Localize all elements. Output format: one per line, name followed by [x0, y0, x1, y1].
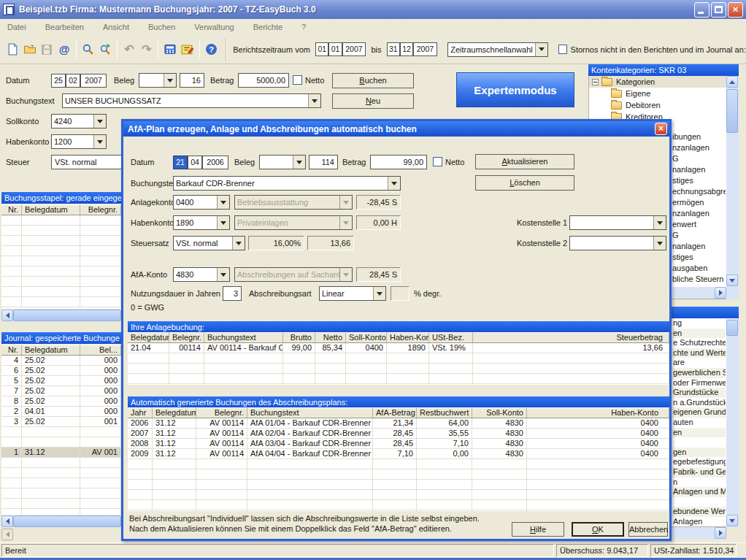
table-row[interactable]	[128, 500, 669, 510]
chevron-down-icon[interactable]	[217, 196, 229, 209]
list-item[interactable]: are	[672, 358, 726, 368]
column-header[interactable]: Brutto	[283, 332, 315, 342]
table-row[interactable]	[1, 437, 121, 448]
chevron-down-icon[interactable]	[308, 94, 320, 107]
steuersatz-combo[interactable]: VSt. normal	[173, 236, 245, 250]
period-to-month[interactable]: 12	[400, 42, 413, 56]
list-item[interactable]: egebefestigunge	[672, 457, 726, 467]
list-item[interactable]: ebundene Werk:	[672, 507, 726, 517]
habenkonto-combo[interactable]: 1200	[51, 134, 107, 149]
table-row[interactable]	[1, 427, 121, 437]
period-to-day[interactable]: 31	[387, 42, 400, 56]
list-item[interactable]: e Schutzrechte	[672, 338, 726, 348]
dlg-datum-month[interactable]: 04	[188, 156, 202, 169]
table-row[interactable]	[1, 509, 121, 515]
table-row[interactable]	[128, 480, 669, 490]
list-item[interactable]: gen	[672, 448, 726, 458]
list-item[interactable]: ng	[672, 318, 726, 329]
list-item[interactable]: auten	[672, 418, 726, 428]
column-header[interactable]: Soll-Konto	[472, 407, 527, 418]
dlg-netto-checkbox[interactable]	[433, 157, 442, 166]
table-row[interactable]	[128, 364, 669, 374]
table-row[interactable]	[1, 458, 121, 468]
scroll-left-button[interactable]	[1, 529, 13, 540]
list-item[interactable]: stiges	[672, 175, 726, 186]
table-row[interactable]: 825.02000	[1, 396, 121, 407]
list-item[interactable]: oder Firmenwert	[672, 378, 726, 388]
table-row[interactable]: 131.12AV 001	[1, 448, 121, 458]
list-item[interactable]: G	[672, 230, 726, 241]
chevron-down-icon[interactable]	[93, 135, 106, 148]
netto-checkbox[interactable]	[293, 75, 302, 85]
table-row[interactable]	[1, 287, 121, 297]
column-header[interactable]: USt-Bez.	[429, 332, 473, 342]
chevron-down-icon[interactable]	[164, 74, 176, 87]
column-header[interactable]: AfA-Betrag	[373, 407, 417, 418]
column-header[interactable]: Belegdatum	[22, 345, 80, 355]
tree-hscrollbar[interactable]	[672, 287, 726, 299]
list-item[interactable]: Anlagen und Ma	[672, 487, 726, 497]
dlg-betrag-field[interactable]: 99,00	[370, 155, 427, 169]
column-header[interactable]: Belegnr.	[169, 332, 204, 342]
chevron-down-icon[interactable]	[535, 43, 547, 56]
period-from-month[interactable]: 01	[328, 42, 342, 56]
chevron-down-icon[interactable]	[293, 156, 305, 169]
menu-item-bearbeiten[interactable]: Bearbeiten	[45, 23, 84, 31]
column-header[interactable]: Jahr	[128, 407, 153, 418]
chevron-down-icon[interactable]	[232, 237, 245, 250]
column-header[interactable]: Netto	[315, 332, 346, 342]
redo-icon[interactable]: ↷	[139, 42, 155, 58]
dialog-close-button[interactable]: ×	[655, 123, 667, 135]
table-row[interactable]	[128, 469, 669, 480]
list-item[interactable]: en	[672, 428, 726, 438]
search-icon[interactable]	[80, 42, 96, 58]
tree-vscrollbar[interactable]	[726, 76, 739, 299]
table-row[interactable]: 325.02001	[1, 417, 121, 427]
dlg-habenkonto-combo[interactable]: 1890	[173, 215, 230, 230]
table-row[interactable]	[1, 266, 121, 277]
table-row[interactable]	[1, 499, 121, 509]
scroll-left-icon[interactable]	[1, 310, 13, 321]
column-header[interactable]: Buchungstext	[247, 407, 373, 418]
column-header[interactable]: Buchungstext	[204, 332, 283, 342]
list-item[interactable]: bliche Steuern	[672, 274, 726, 285]
list-item[interactable]: Grundstücke	[672, 388, 726, 398]
table-row[interactable]: 21.0400114AV 00114 - Barkauf CDR-B...99,…	[128, 343, 669, 353]
table-row[interactable]	[1, 215, 121, 226]
list-item[interactable]: enwert	[672, 219, 726, 230]
kostenstelle1-combo[interactable]	[569, 215, 666, 230]
column-header[interactable]: Belegnr.	[80, 204, 121, 215]
list-item[interactable]: ermögen	[672, 197, 726, 208]
list-item[interactable]: nzanlagen	[672, 142, 726, 153]
tree-item-debitoren[interactable]: Debitoren	[589, 99, 738, 111]
help-icon[interactable]: ?	[204, 42, 220, 58]
chevron-down-icon[interactable]	[653, 237, 666, 250]
neu-button[interactable]: Neu	[332, 93, 414, 109]
table-row[interactable]: 204.01000	[1, 407, 121, 417]
list-item[interactable]: gewerblichen Sc	[672, 368, 726, 378]
list-vscrollbar[interactable]	[726, 319, 739, 527]
aktualisieren-button[interactable]: Aktualisieren	[475, 154, 574, 169]
buchungstext-combo[interactable]: UNSER BUCHUNGSSATZ	[62, 93, 321, 108]
period-to-year[interactable]: 2007	[413, 42, 437, 56]
list-item[interactable]: ibungen	[672, 131, 726, 142]
scroll-right-icon[interactable]	[715, 287, 726, 299]
scroll-left-icon[interactable]	[1, 515, 13, 527]
column-header[interactable]: Belegdatum	[128, 332, 169, 342]
betrag-field[interactable]: 5000,00	[238, 73, 289, 88]
dlg-datum-year[interactable]: 2006	[202, 156, 228, 169]
hilfe-button[interactable]: Hilfe	[512, 522, 564, 537]
menu-item-hilfe[interactable]: ?	[301, 23, 306, 31]
column-header[interactable]: Belegnr.	[196, 407, 247, 418]
tree-item-kategorien[interactable]: Kategorien	[589, 76, 738, 88]
table-row[interactable]: 525.02000	[1, 376, 121, 386]
list-item[interactable]: Anlagen	[672, 517, 726, 527]
menu-item-berichte[interactable]: Berichte	[253, 23, 282, 31]
datum-year[interactable]: 2007	[80, 74, 107, 88]
datum-month[interactable]: 02	[66, 74, 80, 88]
list-item[interactable]	[672, 497, 726, 507]
expertenmodus-button[interactable]: Expertenmodus	[456, 72, 574, 107]
email-icon[interactable]: @	[56, 42, 72, 58]
afakonto-combo[interactable]: 4830	[173, 267, 230, 282]
list-hscrollbar[interactable]	[672, 527, 726, 539]
